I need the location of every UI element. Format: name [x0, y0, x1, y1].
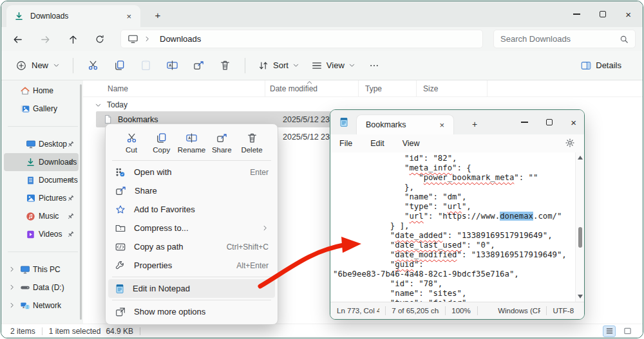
rename-icon	[185, 132, 198, 144]
sidebar-item-data-d[interactable]: Data (D:)	[4, 279, 79, 297]
menu-item-edit-in-notepad[interactable]: Edit in Notepad	[108, 279, 275, 298]
editor-line: "id": "78",	[333, 279, 575, 289]
context-menu: CutCopyRenameShareDelete Open withEnterS…	[105, 124, 278, 325]
quick-action-label: Rename	[178, 146, 205, 154]
status-separator	[477, 306, 478, 315]
notepad-minimize-button[interactable]	[521, 122, 528, 122]
rename-button[interactable]	[159, 55, 185, 77]
sort-icon	[258, 60, 269, 71]
close-button[interactable]: ×	[625, 10, 631, 19]
menu-item-label: Add to Favorites	[134, 205, 195, 214]
pin-icon	[66, 140, 75, 149]
group-header-today[interactable]: Today	[95, 99, 128, 111]
menu-item-compress-to[interactable]: Compress to...	[108, 219, 275, 237]
quick-action-share[interactable]: Share	[207, 130, 236, 156]
cut-button[interactable]	[80, 55, 106, 77]
maximize-button[interactable]	[600, 11, 606, 17]
large-icons-view-toggle[interactable]	[621, 325, 634, 337]
sidebar-item-downloads[interactable]: Downloads	[4, 153, 79, 171]
breadcrumb-chevron-icon	[144, 35, 151, 42]
notepad-close-button[interactable]: ×	[571, 118, 576, 127]
sidebar-item-network[interactable]: Network	[4, 297, 79, 315]
tab-close-icon[interactable]: ×	[124, 12, 134, 21]
status-separator	[445, 306, 446, 315]
menu-item-add-to-favorites[interactable]: Add to Favorites	[108, 200, 275, 219]
editor-line: "name": "dm",	[333, 192, 575, 202]
delete-button[interactable]	[212, 55, 238, 77]
gallery-icon	[20, 104, 30, 114]
explorer-tab-downloads[interactable]: Downloads ×	[6, 5, 140, 27]
notepad-tab-close-icon[interactable]: ×	[437, 120, 447, 130]
notepad-menubar: File Edit View	[330, 134, 584, 152]
settings-gear-icon[interactable]	[565, 138, 575, 148]
sidebar-scrollbar[interactable]	[80, 84, 82, 320]
pin-icon	[66, 158, 75, 167]
status-separator	[140, 327, 140, 335]
selection-size: 64.9 KB	[106, 327, 133, 336]
editor-line: } ],	[333, 221, 575, 231]
sort-button[interactable]: Sort	[252, 56, 305, 75]
share-icon	[193, 59, 205, 71]
copy-button[interactable]	[106, 55, 133, 77]
refresh-button[interactable]	[93, 32, 107, 46]
menu-item-show-more-options[interactable]: Show more options	[108, 302, 275, 321]
column-header-type[interactable]: Type	[359, 80, 417, 96]
column-header-size[interactable]: Size	[417, 80, 488, 96]
sidebar-item-label: Videos	[39, 230, 62, 239]
quick-action-rename[interactable]: Rename	[178, 130, 206, 156]
chevron-right-icon[interactable]	[8, 266, 15, 273]
address-bar[interactable]: Downloads	[120, 30, 483, 48]
search-input[interactable]: Search Downloads	[493, 30, 636, 48]
minimize-button[interactable]	[573, 14, 580, 14]
menu-edit[interactable]: Edit	[370, 139, 384, 148]
column-header-date-modified[interactable]: Date modified	[265, 80, 359, 96]
sidebar-item-desktop[interactable]: Desktop	[4, 135, 79, 153]
explorer-window-controls: ×	[573, 1, 636, 27]
chevron-right-icon[interactable]	[8, 302, 15, 309]
notepad-maximize-button[interactable]	[546, 119, 553, 125]
sidebar-item-pictures[interactable]: Pictures	[4, 189, 79, 207]
notepad-window: Bookmarks × + × File Edit View "id": "82…	[330, 109, 585, 320]
scrollbar-thumb[interactable]	[578, 227, 582, 248]
quick-action-delete[interactable]: Delete	[238, 130, 266, 156]
notepad-tab-title: Bookmarks	[366, 120, 437, 129]
notepad-tab-bookmarks[interactable]: Bookmarks ×	[356, 115, 454, 134]
menu-item-label: Compress to...	[134, 223, 189, 233]
menu-item-properties[interactable]: PropertiesAlt+Enter	[108, 256, 275, 275]
column-header-name[interactable]: Name	[83, 80, 265, 96]
new-tab-button[interactable]: +	[149, 7, 166, 23]
scroll-down-icon[interactable]	[578, 295, 583, 298]
view-button-label: View	[327, 60, 345, 70]
menu-item-share[interactable]: Share	[108, 181, 275, 200]
sidebar-item-this-pc[interactable]: This PC	[4, 261, 79, 279]
chevron-right-icon[interactable]	[8, 284, 15, 291]
back-button[interactable]	[10, 32, 24, 46]
editor-line: "name": "sites",	[333, 289, 575, 298]
sidebar-item-documents[interactable]: Documents	[4, 171, 79, 189]
scroll-up-icon[interactable]	[578, 156, 583, 160]
menu-item-copy-as-path[interactable]: Copy as pathCtrl+Shift+C	[108, 237, 275, 256]
sidebar-item-music[interactable]: Music	[4, 207, 79, 225]
menu-view[interactable]: View	[402, 139, 420, 148]
details-pane-button[interactable]: Details	[574, 56, 627, 75]
quick-action-copy[interactable]: Copy	[147, 130, 176, 156]
this-pc-icon	[128, 33, 138, 44]
up-button[interactable]	[66, 32, 80, 46]
notepad-editor[interactable]: "id": "82", "meta_info": { "power_bookma…	[330, 152, 575, 302]
forward-button[interactable]	[38, 32, 52, 46]
menu-item-open-with[interactable]: Open withEnter	[108, 163, 275, 181]
sidebar-item-gallery[interactable]: Gallery	[4, 100, 79, 118]
notepad-new-tab-button[interactable]: +	[467, 116, 482, 132]
menu-shortcut: Ctrl+Shift+C	[227, 243, 269, 252]
sidebar-item-videos[interactable]: Videos	[4, 225, 79, 243]
menu-file[interactable]: File	[339, 139, 352, 148]
sidebar-separator	[8, 252, 78, 252]
sidebar-item-home[interactable]: Home	[4, 82, 79, 100]
notepad-scrollbar[interactable]	[575, 152, 584, 302]
more-options-button[interactable]	[361, 55, 388, 77]
view-button[interactable]: View	[305, 56, 361, 75]
details-view-toggle[interactable]	[603, 325, 616, 337]
quick-action-cut[interactable]: Cut	[117, 130, 146, 156]
new-button[interactable]: New	[9, 56, 66, 75]
share-button[interactable]	[185, 55, 212, 77]
